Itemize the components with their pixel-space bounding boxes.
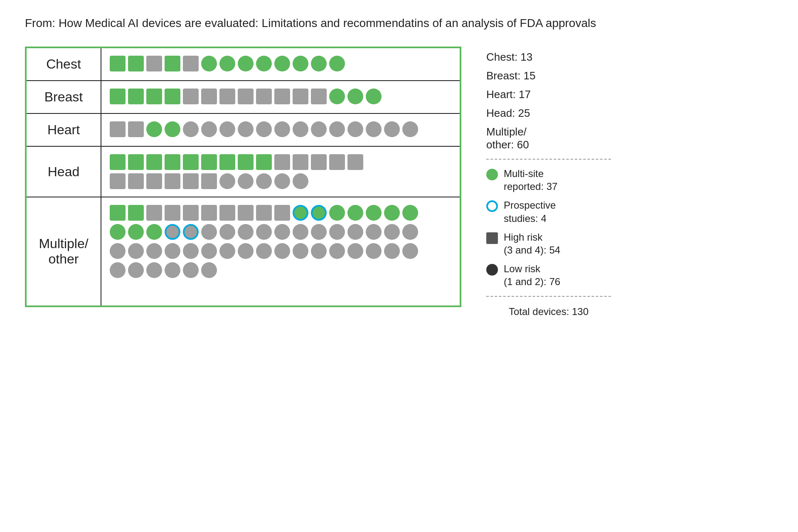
shape	[366, 224, 382, 240]
shape	[110, 89, 126, 104]
shape	[311, 224, 327, 240]
shape	[219, 205, 235, 221]
shape	[311, 243, 327, 259]
shape	[110, 56, 126, 71]
shape	[183, 173, 199, 189]
shape	[347, 205, 363, 221]
highrisk-text: High risk (3 and 4): 54	[504, 231, 560, 256]
shape	[201, 224, 217, 240]
shape	[128, 154, 144, 170]
shape	[146, 262, 162, 278]
shape	[110, 205, 126, 221]
legend-multiple: Multiple/ other: 60	[486, 126, 611, 151]
row-label-heart: Heart	[27, 114, 101, 146]
chart-row-chest: Chest	[27, 48, 460, 81]
shape	[146, 154, 162, 170]
shape	[128, 173, 144, 189]
shape	[110, 224, 126, 240]
shape	[238, 121, 254, 137]
shape	[183, 205, 199, 221]
shape	[329, 205, 345, 221]
shape	[274, 56, 290, 71]
multisite-text: Multi-site reported: 37	[504, 167, 557, 193]
shape	[311, 154, 327, 170]
shape	[238, 205, 254, 221]
shape	[366, 243, 382, 259]
shape	[274, 173, 290, 189]
shape	[201, 154, 217, 170]
shape	[274, 224, 290, 240]
blue-outline-circle-icon	[486, 200, 498, 212]
prospective-icon	[486, 200, 498, 214]
shape	[256, 224, 272, 240]
shape	[165, 205, 180, 221]
shape-line-1	[110, 205, 418, 221]
shape-line-2	[110, 173, 363, 189]
shape	[256, 89, 272, 104]
shape	[219, 56, 235, 71]
shape	[128, 205, 144, 221]
row-label-chest: Chest	[27, 48, 101, 80]
shape	[219, 121, 235, 137]
shape	[183, 262, 199, 278]
legend-divider-2	[486, 296, 611, 297]
shape	[183, 121, 199, 137]
shape-prospective	[183, 224, 199, 240]
shape	[329, 56, 345, 71]
shape	[201, 173, 217, 189]
legend-divider-1	[486, 159, 611, 160]
legend-chest: Chest: 13	[486, 51, 611, 64]
shape	[128, 224, 144, 240]
shape	[347, 243, 363, 259]
shape	[274, 89, 290, 104]
shape	[274, 121, 290, 137]
shape	[402, 121, 418, 137]
row-label-multiple: Multiple/ other	[27, 197, 101, 305]
shape	[293, 56, 308, 71]
shape	[238, 56, 254, 71]
shape	[183, 243, 199, 259]
shape	[366, 121, 382, 137]
legend-prospective: Prospective studies: 4	[486, 199, 611, 224]
shape	[110, 173, 126, 189]
shape-line-1	[110, 154, 363, 170]
row-content-multiple	[101, 197, 460, 305]
row-label-head: Head	[27, 147, 101, 197]
row-content-heart	[101, 114, 460, 146]
lowrisk-icon	[486, 264, 498, 278]
shape	[165, 243, 180, 259]
shape	[201, 262, 217, 278]
shape	[128, 56, 144, 71]
shape	[183, 56, 199, 71]
legend-breast: Breast: 15	[486, 69, 611, 82]
shape	[402, 224, 418, 240]
shape	[146, 243, 162, 259]
shape	[110, 121, 126, 137]
legend-multiple-line2: other: 60	[486, 138, 529, 151]
shape	[165, 121, 180, 137]
legend-heart: Heart: 17	[486, 88, 611, 101]
shape	[201, 56, 217, 71]
row-content-breast	[101, 81, 460, 113]
shape	[274, 243, 290, 259]
shape	[274, 205, 290, 221]
shape	[183, 89, 199, 104]
shape	[128, 89, 144, 104]
dark-square-icon	[486, 232, 498, 244]
legend: Chest: 13 Breast: 15 Heart: 17 Head: 25 …	[486, 47, 611, 318]
shape	[165, 89, 180, 104]
shape	[256, 154, 272, 170]
shape	[329, 243, 345, 259]
shape-line-2	[110, 224, 418, 240]
legend-head: Head: 25	[486, 107, 611, 120]
shape	[219, 173, 235, 189]
shape	[201, 89, 217, 104]
green-circle-icon	[486, 169, 498, 180]
shape	[347, 154, 363, 170]
chart-table: Chest Breast	[25, 47, 461, 307]
shape	[366, 89, 382, 104]
shape	[238, 173, 254, 189]
shape	[366, 205, 382, 221]
shape	[110, 154, 126, 170]
shape	[165, 154, 180, 170]
